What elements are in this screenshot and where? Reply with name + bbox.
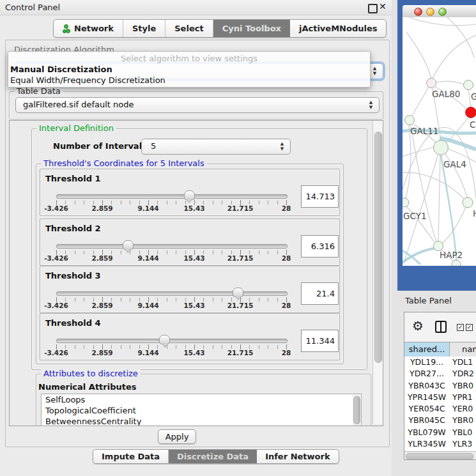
cell-shared-name[interactable]: YBR043C	[404, 380, 449, 392]
cell-name[interactable]: YBR0	[449, 415, 476, 426]
tab-select[interactable]: Select	[165, 20, 213, 37]
cell-name[interactable]: YBL0	[449, 427, 476, 438]
scrollbar-thumb[interactable]	[374, 132, 382, 363]
slider-track[interactable]	[56, 194, 288, 199]
attribute-list-item[interactable]: TopologicalCoefficient	[42, 405, 361, 416]
cell-name[interactable]: YLR3	[449, 438, 476, 450]
cell-shared-name[interactable]: YBR045C	[404, 415, 449, 426]
cell-name[interactable]: YBR0	[449, 380, 476, 392]
threshold-value-field[interactable]: 11.344	[301, 330, 339, 352]
column-header-shared-name[interactable]: shared...	[404, 342, 450, 357]
network-canvas[interactable]: GAL80GCGAL11GAL4GCY1HHAP2	[403, 17, 476, 266]
apply-button[interactable]: Apply	[158, 429, 196, 444]
scrollbar-thumb[interactable]	[353, 396, 360, 424]
table-row[interactable]: YDR27...YDR2	[404, 368, 476, 380]
tab-style[interactable]: Style	[123, 20, 165, 37]
network-node[interactable]	[466, 107, 476, 118]
cell-shared-name[interactable]: YDR27...	[404, 368, 449, 380]
table-toolbar: ⚙ ✓ ✓	[404, 312, 476, 341]
network-node[interactable]	[427, 79, 436, 88]
tab-impute-data[interactable]: Impute Data	[93, 450, 169, 463]
tab-discretize-data[interactable]: Discretize Data	[169, 450, 257, 463]
checkbox-icon[interactable]: ✓	[457, 324, 464, 331]
network-edge[interactable]	[412, 87, 429, 116]
slider-track[interactable]	[56, 339, 288, 343]
scrollbar-thumb[interactable]	[406, 453, 473, 460]
cell-name[interactable]: YPR1	[449, 392, 476, 403]
table-row[interactable]: YER054CYER0	[404, 403, 476, 415]
network-edge[interactable]	[406, 125, 411, 198]
numerical-attributes-list[interactable]: SelfLoopsTopologicalCoefficientBetweenne…	[41, 394, 362, 426]
slider-track[interactable]	[56, 244, 288, 249]
slider-thumb[interactable]	[184, 190, 195, 200]
minimize-traffic-light-icon[interactable]	[426, 8, 434, 16]
tab-jactivemnodules[interactable]: jActiveMNodules	[290, 20, 387, 37]
table-row[interactable]: YBL079WYBL0	[404, 427, 476, 438]
network-node[interactable]	[434, 141, 449, 155]
dropdown-placeholder-item[interactable]: Select algorithm to view settings	[8, 54, 370, 63]
network-edge[interactable]	[438, 155, 440, 241]
attribute-list-item[interactable]: BetweennessCentrality	[42, 416, 361, 426]
table-data-value: galFiltered.sif default node	[23, 100, 134, 109]
network-node[interactable]	[464, 81, 473, 90]
tick-label: 2.859	[91, 204, 112, 212]
cell-name[interactable]: YER0	[449, 403, 476, 415]
threshold-value-field[interactable]: 6.316	[301, 235, 339, 257]
network-edge[interactable]	[406, 32, 431, 78]
network-edge[interactable]	[403, 147, 434, 157]
network-node-label: H	[473, 208, 476, 219]
cell-shared-name[interactable]: YER054C	[404, 403, 449, 415]
network-node[interactable]	[452, 260, 461, 266]
float-window-icon[interactable]	[368, 4, 378, 13]
network-edge[interactable]	[436, 81, 464, 84]
gear-icon[interactable]: ⚙	[412, 319, 424, 333]
table-row[interactable]: YBR045CYBR0	[404, 415, 476, 426]
table-row[interactable]: YPR145WYPR1	[404, 392, 476, 403]
zoom-traffic-light-icon[interactable]	[438, 8, 447, 16]
thresholds-group: Threshold's Coordinates for 5 Intervals …	[36, 164, 344, 364]
tick-label: -3.426	[44, 349, 68, 357]
checkbox-icon[interactable]: ✓	[466, 324, 473, 331]
close-icon[interactable]: ✕	[379, 1, 387, 12]
cell-shared-name[interactable]: YLR345W	[404, 438, 449, 450]
threshold-box: Threshold 4-3.4262.8599.14415.4321.71528…	[40, 313, 340, 360]
settings-scrollbar[interactable]	[372, 121, 383, 424]
table-row[interactable]: YDL19...YDL1	[404, 357, 476, 368]
network-node[interactable]	[463, 197, 473, 208]
split-columns-icon[interactable]	[435, 321, 447, 333]
attributes-scrollbar[interactable]	[353, 395, 360, 426]
network-view-window[interactable]: GAL80GCGAL11GAL4GCY1HHAP2	[397, 0, 476, 291]
cell-shared-name[interactable]: YBL079W	[404, 427, 449, 438]
network-node[interactable]	[405, 116, 415, 125]
slider-thumb[interactable]	[123, 240, 134, 250]
network-node[interactable]	[403, 198, 409, 207]
slider-thumb[interactable]	[233, 288, 243, 297]
cell-shared-name[interactable]: YPR145W	[404, 392, 449, 403]
network-edge-thick[interactable]	[403, 249, 420, 265]
attribute-list-item[interactable]: SelfLoops	[42, 394, 361, 405]
slider-track[interactable]	[56, 291, 288, 296]
network-window-titlebar[interactable]	[403, 5, 476, 18]
tab-network[interactable]: Network	[54, 20, 123, 37]
network-edge[interactable]	[409, 17, 476, 26]
table-horizontal-scrollbar[interactable]	[404, 451, 476, 459]
cell-name[interactable]: YDR2	[449, 368, 476, 380]
cell-name[interactable]: YDL1	[449, 357, 476, 368]
threshold-value-field[interactable]: 21.4	[301, 282, 339, 305]
table-row[interactable]: YBR043CYBR0	[404, 380, 476, 392]
slider-thumb[interactable]	[159, 335, 170, 344]
dropdown-option-equal-width[interactable]: Equal Width/Frequency Discretization	[8, 75, 372, 85]
network-edge[interactable]	[403, 173, 464, 199]
table-data-combobox[interactable]: galFiltered.sif default node ▲▼	[15, 97, 380, 113]
tick-label: 2.859	[91, 302, 112, 309]
threshold-value-field[interactable]: 14.713	[301, 185, 339, 208]
network-edge[interactable]	[433, 35, 476, 79]
close-traffic-light-icon[interactable]	[414, 8, 422, 16]
dropdown-option-manual-discretization[interactable]: Manual Discretization	[8, 65, 372, 74]
column-header-name[interactable]: name	[450, 342, 476, 357]
cell-shared-name[interactable]: YDL19...	[404, 357, 449, 368]
tab-cyni-toolbox[interactable]: Cyni Toolbox	[213, 20, 290, 37]
number-of-intervals-combobox[interactable]: 5 ▲▼	[141, 139, 291, 155]
table-row[interactable]: YLR345WYLR3	[404, 438, 476, 450]
tab-infer-network[interactable]: Infer Network	[257, 450, 338, 463]
